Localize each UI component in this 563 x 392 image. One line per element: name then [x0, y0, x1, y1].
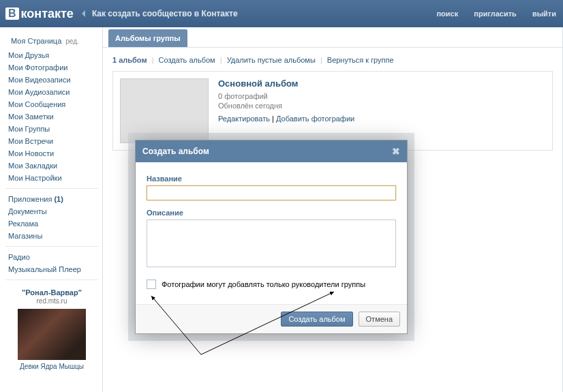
name-label: Название: [147, 172, 396, 185]
album-updated: Обновлён сегодня: [218, 101, 354, 110]
edit-link[interactable]: ред.: [65, 37, 79, 45]
nav-messages[interactable]: Мои Сообщения: [5, 98, 98, 110]
nav-videos[interactable]: Мои Видеозаписи: [5, 74, 98, 86]
tab-bar: Альбомы группы: [103, 27, 562, 48]
create-album-link[interactable]: Создать альбом: [159, 56, 215, 64]
create-album-modal: Создать альбом ✖ Название Описание Фотог…: [135, 140, 408, 334]
left-sidebar: Моя Страница ред. Мои Друзья Мои Фотогра…: [0, 27, 102, 392]
create-album-button[interactable]: Создать альбом: [281, 312, 352, 327]
admins-only-label: Фотографии могут добавлять только руково…: [162, 280, 365, 288]
logo[interactable]: Вконтакте: [0, 7, 82, 21]
modal-title: Создать альбом: [142, 147, 209, 156]
top-header: Вконтакте Как создать сообщество в Конта…: [0, 0, 563, 27]
album-thumbnail[interactable]: [120, 78, 209, 143]
nav-logout[interactable]: выйти: [526, 10, 563, 18]
nav-invite[interactable]: пригласить: [467, 10, 523, 18]
nav-events[interactable]: Мои Встречи: [5, 135, 98, 147]
ad-image[interactable]: [18, 309, 86, 360]
nav-friends[interactable]: Мои Друзья: [5, 49, 98, 61]
album-desc-input[interactable]: [147, 220, 396, 267]
ad-subtitle: red.mts.ru: [5, 297, 98, 307]
nav-player[interactable]: Музыкальный Плеер: [5, 263, 98, 275]
cancel-button[interactable]: Отмена: [359, 312, 400, 327]
modal-header: Создать альбом ✖: [136, 140, 407, 162]
delete-empty-link[interactable]: Удалить пустые альбомы: [227, 56, 316, 64]
nav-news[interactable]: Мои Новости: [5, 147, 98, 160]
nav-apps[interactable]: Приложения (1): [5, 193, 98, 205]
nav-photos[interactable]: Мои Фотографии: [5, 61, 98, 74]
nav-shops[interactable]: Магазины: [5, 230, 98, 242]
album-edit-link[interactable]: Редактировать: [218, 115, 270, 123]
top-nav: поиск пригласить выйти: [429, 10, 563, 18]
chevron-left-icon: [82, 10, 85, 17]
album-name-input[interactable]: [147, 185, 396, 200]
tab-albums[interactable]: Альбомы группы: [108, 29, 187, 47]
nav-my-page[interactable]: Моя Страница: [8, 35, 61, 47]
nav-radio[interactable]: Радио: [5, 251, 98, 263]
ad-title[interactable]: "Ронал-Варвар": [5, 284, 98, 297]
album-count: 1 альбом: [112, 56, 147, 64]
nav-settings[interactable]: Мои Настройки: [5, 172, 98, 184]
back-to-group-link[interactable]: Вернуться к группе: [327, 56, 394, 64]
nav-groups[interactable]: Мои Группы: [5, 123, 98, 135]
admins-only-checkbox[interactable]: [147, 280, 156, 289]
album-toolbar: 1 альбом | Создать альбом | Удалить пуст…: [112, 55, 553, 71]
nav-bookmarks[interactable]: Мои Закладки: [5, 160, 98, 172]
album-add-photos-link[interactable]: Добавить фотографии: [276, 115, 354, 123]
album-item: Основной альбом 0 фотографий Обновлён се…: [112, 71, 553, 151]
breadcrumb[interactable]: Как создать сообщество в Контакте: [92, 9, 430, 18]
album-title[interactable]: Основной альбом: [218, 78, 354, 91]
nav-notes[interactable]: Мои Заметки: [5, 110, 98, 123]
nav-ads[interactable]: Реклама: [5, 217, 98, 230]
close-icon[interactable]: ✖: [392, 146, 400, 157]
nav-search[interactable]: поиск: [429, 10, 465, 18]
nav-documents[interactable]: Документы: [5, 205, 98, 217]
desc-label: Описание: [147, 200, 396, 220]
nav-audio[interactable]: Мои Аудиозаписи: [5, 86, 98, 98]
album-photo-count: 0 фотографий: [218, 91, 354, 101]
ad-bottom[interactable]: Девки Ядра Мышцы: [5, 361, 98, 370]
